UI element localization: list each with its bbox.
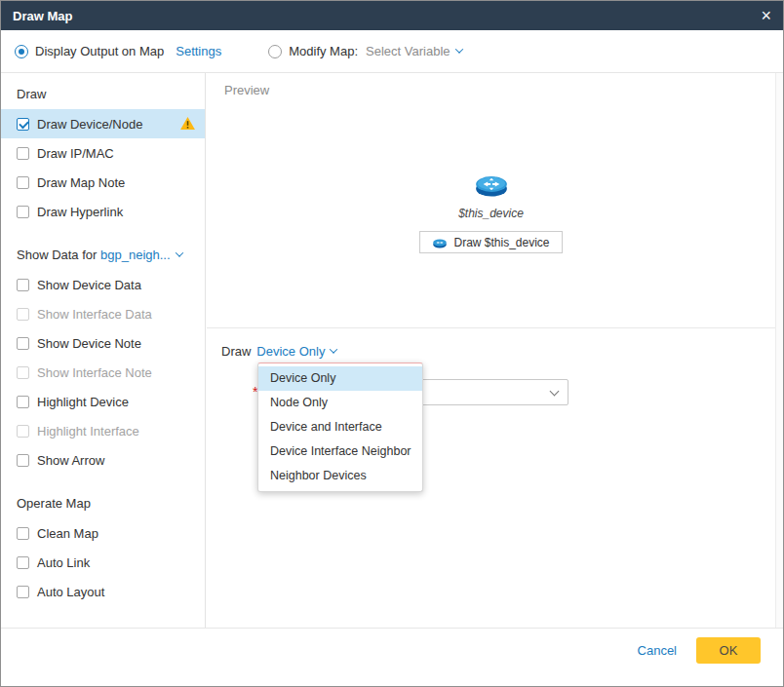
checkbox-show-device-note[interactable] (17, 337, 29, 350)
checkbox-auto-layout[interactable] (17, 586, 29, 598)
checkbox-draw-ip-mac[interactable] (17, 147, 29, 160)
sidebar-item-label: Show Device Note (37, 336, 141, 351)
section-header-draw: Draw (17, 87, 189, 101)
menu-item-device-interface-neighbor[interactable]: Device Interface Neighbor (258, 439, 422, 464)
draw-mode-value: Device Only (256, 344, 325, 359)
sidebar-item-label: Draw Map Note (37, 175, 125, 190)
sidebar-item-label: Draw IP/MAC (37, 146, 114, 161)
preview-canvas: $this_device Draw $this_device (207, 171, 775, 253)
draw-mode-label: Draw (221, 344, 251, 359)
menu-item-device-and-interface[interactable]: Device and Interface (258, 415, 422, 439)
checkbox-draw-device-node[interactable] (17, 118, 29, 131)
chevron-down-icon (550, 387, 560, 397)
sidebar-item-auto-layout[interactable]: Auto Layout (1, 577, 205, 606)
settings-link[interactable]: Settings (176, 44, 221, 58)
section-header-show-data: Show Data for bgp_neigh... (17, 248, 189, 262)
sidebar-item-label: Show Device Data (37, 278, 141, 292)
sidebar-item-show-interface-data[interactable]: Show Interface Data (1, 299, 205, 328)
radio-modify-map-label: Modify Map: (289, 44, 358, 58)
sidebar-item-label: Highlight Interface (37, 424, 139, 439)
checkbox-highlight-device[interactable] (17, 396, 29, 408)
main-panel: Preview $this_device (207, 73, 783, 628)
sidebar-item-label: Show Interface Note (37, 365, 152, 380)
sidebar-item-label: Auto Link (37, 555, 90, 570)
checkbox-show-device-data[interactable] (17, 279, 29, 291)
preview-device-name: $this_device (207, 207, 775, 220)
draw-mode-row: Draw Device Only (221, 344, 336, 359)
radio-modify-map[interactable] (268, 45, 282, 58)
select-variable-dropdown[interactable]: Select Variable (366, 44, 461, 58)
chevron-down-icon (175, 248, 182, 256)
checkbox-clean-map[interactable] (17, 527, 29, 540)
sidebar-item-draw-device-node[interactable]: Draw Device/Node (1, 109, 205, 138)
sidebar-item-show-arrow[interactable]: Show Arrow (1, 445, 205, 475)
mode-bar: Display Output on Map Settings Modify Ma… (1, 30, 783, 73)
close-icon[interactable]: × (761, 7, 771, 24)
draw-this-device-button[interactable]: Draw $this_device (419, 231, 562, 253)
sidebar-item-clean-map[interactable]: Clean Map (1, 518, 205, 548)
show-data-prefix: Show Data for (17, 248, 97, 262)
sidebar-item-label: Clean Map (37, 526, 98, 541)
menu-item-device-only[interactable]: Device Only (258, 366, 422, 391)
sidebar-item-show-device-note[interactable]: Show Device Note (1, 328, 205, 358)
sidebar-item-show-device-data[interactable]: Show Device Data (1, 270, 205, 299)
checkbox-show-arrow[interactable] (17, 454, 29, 467)
ok-button[interactable]: OK (696, 637, 761, 664)
scrollbar-track[interactable] (775, 73, 783, 628)
show-data-variable-label: bgp_neigh... (100, 248, 171, 262)
draw-map-dialog: Draw Map × Display Output on Map Setting… (0, 0, 784, 687)
sidebar-item-label: Auto Layout (37, 585, 104, 599)
sidebar-item-draw-map-note[interactable]: Draw Map Note (1, 168, 205, 197)
draw-mode-menu: Device Only Node Only Device and Interfa… (257, 363, 423, 492)
dialog-titlebar: Draw Map × (1, 1, 783, 30)
sidebar-item-draw-ip-mac[interactable]: Draw IP/MAC (1, 138, 205, 168)
router-icon (432, 237, 448, 248)
checkbox-show-interface-note[interactable] (17, 366, 29, 379)
show-data-variable-link[interactable]: bgp_neigh... (100, 248, 182, 262)
draw-this-device-label: Draw $this_device (453, 236, 549, 249)
dialog-footer: Cancel OK (1, 628, 783, 686)
sidebar-item-label: Show Interface Data (37, 307, 152, 322)
sidebar-item-show-interface-note[interactable]: Show Interface Note (1, 358, 205, 387)
sidebar-item-highlight-interface[interactable]: Highlight Interface (1, 416, 205, 445)
sidebar-item-label: Draw Device/Node (37, 117, 142, 132)
chevron-down-icon (330, 345, 337, 353)
cancel-button[interactable]: Cancel (638, 637, 677, 664)
radio-display-output-label: Display Output on Map (35, 44, 164, 58)
warning-icon (180, 117, 195, 130)
sidebar-item-draw-hyperlink[interactable]: Draw Hyperlink (1, 197, 205, 226)
checkbox-show-interface-data[interactable] (17, 308, 29, 321)
sidebar-item-highlight-device[interactable]: Highlight Device (1, 387, 205, 416)
checkbox-draw-map-note[interactable] (17, 176, 29, 189)
checkbox-highlight-interface[interactable] (17, 425, 29, 438)
section-header-operate-map: Operate Map (17, 496, 189, 511)
sidebar-item-auto-link[interactable]: Auto Link (1, 548, 205, 577)
preview-label: Preview (224, 83, 269, 97)
dialog-title: Draw Map (13, 9, 72, 23)
router-icon (473, 171, 510, 198)
sidebar-item-label: Show Arrow (37, 453, 104, 468)
sidebar-item-label: Draw Hyperlink (37, 205, 123, 219)
chevron-down-icon (454, 45, 462, 53)
draw-mode-dropdown[interactable]: Device Only (256, 344, 336, 359)
sidebar: Draw Draw Device/Node Draw IP/MAC Draw M… (1, 73, 206, 628)
checkbox-draw-hyperlink[interactable] (17, 206, 29, 218)
select-variable-label: Select Variable (366, 44, 450, 58)
checkbox-auto-link[interactable] (17, 556, 29, 569)
radio-display-output[interactable] (15, 45, 28, 58)
sidebar-item-label: Highlight Device (37, 395, 129, 409)
section-divider (207, 327, 775, 328)
menu-item-neighbor-devices[interactable]: Neighbor Devices (258, 464, 422, 488)
menu-item-node-only[interactable]: Node Only (258, 391, 422, 415)
